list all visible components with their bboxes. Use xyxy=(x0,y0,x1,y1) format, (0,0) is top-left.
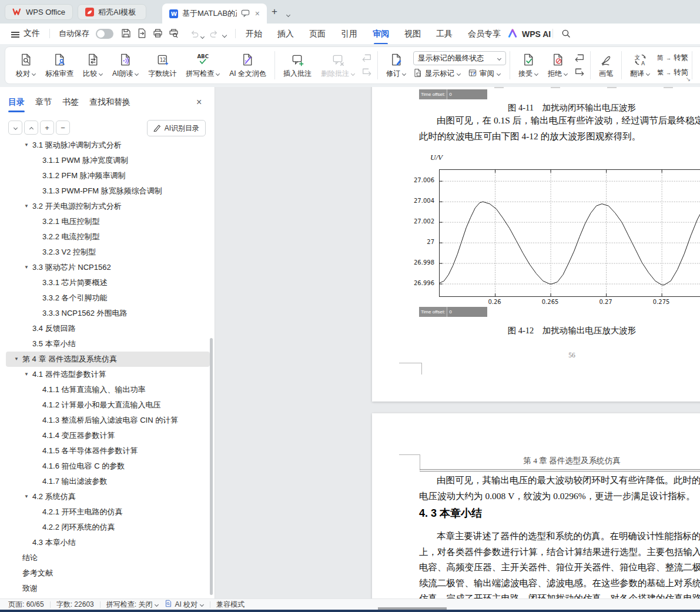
zoom-in-outline-button[interactable]: + xyxy=(40,121,54,135)
toc-collapse-triangle-icon[interactable]: ▼ xyxy=(24,199,29,214)
redo-icon[interactable] xyxy=(209,29,219,41)
export-icon[interactable] xyxy=(136,28,148,41)
standard-review-button[interactable]: 标准审查 xyxy=(41,48,78,82)
proofread-button[interactable]: 校对 xyxy=(11,48,41,82)
menu-tab-2[interactable]: 页面 xyxy=(309,29,326,39)
ai-read-button[interactable]: AI朗读 xyxy=(108,48,143,82)
toc-item-17[interactable]: 4.1.2 计算最小和最大直流输入电压 xyxy=(6,397,210,413)
print-icon[interactable] xyxy=(152,28,163,41)
toc-item-7[interactable]: 3.2.3 V2 控制型 xyxy=(6,245,210,260)
toc-collapse-triangle-icon[interactable]: ▼ xyxy=(24,260,29,275)
toc-item-14[interactable]: ▼第 4 章 器件选型及系统仿真 xyxy=(6,352,210,367)
sidebar-close-icon[interactable]: × xyxy=(196,97,202,108)
restrict-edit-button[interactable]: 限制 xyxy=(696,48,700,82)
menu-tab-4-active[interactable]: 审阅 xyxy=(373,29,389,39)
ai-outline-button[interactable]: AI识别目录 xyxy=(147,120,206,136)
toc-item-0[interactable]: ▼3.1 驱动脉冲调制方式分析 xyxy=(6,138,210,153)
toc-item-24[interactable]: 4.2.1 开环主电路的仿真 xyxy=(6,504,210,520)
toc-item-4[interactable]: ▼3.2 开关电源控制方式分析 xyxy=(6,199,210,214)
translate-button[interactable]: 文A 翻译 xyxy=(625,48,655,82)
tab-wps-office[interactable]: WPS Office xyxy=(5,4,73,20)
next-change-icon[interactable] xyxy=(574,67,585,78)
wps-ai-button[interactable]: WPS AI xyxy=(508,29,551,39)
toc-item-25[interactable]: 4.2.2 闭环系统的仿真 xyxy=(6,520,210,535)
toc-item-6[interactable]: 3.2.2 电流控制型 xyxy=(6,229,210,245)
file-menu[interactable]: 文件 xyxy=(24,28,40,39)
toc-item-11[interactable]: 3.3.3 NCP1562 外围电路 xyxy=(6,306,210,321)
toc-collapse-triangle-icon[interactable]: ▼ xyxy=(24,489,29,504)
page-indicator[interactable]: 页面: 60/65 xyxy=(8,600,44,610)
word-count-indicator[interactable]: 字数: 22603 xyxy=(56,600,94,610)
toc-collapse-triangle-icon[interactable]: ▼ xyxy=(24,138,29,153)
toc-item-20[interactable]: 4.1.5 各半导体器件参数计算 xyxy=(6,443,210,459)
toc-item-19[interactable]: 4.1.4 变压器参数计算 xyxy=(6,428,210,443)
toc-item-15[interactable]: ▼4.1 器件选型参数计算 xyxy=(6,367,210,382)
sidebar-scrollbar[interactable] xyxy=(210,338,213,595)
print-preview-icon[interactable] xyxy=(168,28,179,41)
ai-polish-button[interactable]: AI 全文润色 xyxy=(225,48,271,82)
menu-tab-3[interactable]: 引用 xyxy=(341,29,357,39)
markup-state-select[interactable]: 显示标记的最终状态 xyxy=(413,51,506,65)
toc-item-1[interactable]: 3.1.1 PWM 脉冲宽度调制 xyxy=(6,153,210,168)
accept-button[interactable]: 接受 xyxy=(514,48,543,82)
group-expand-icon[interactable]: ↘ xyxy=(686,76,691,82)
toc-collapse-triangle-icon[interactable]: ▼ xyxy=(24,367,29,382)
expand-all-button[interactable] xyxy=(24,121,38,135)
ink-button[interactable]: 画笔 xyxy=(594,48,618,82)
save-icon[interactable] xyxy=(120,28,132,41)
toc-item-26[interactable]: 4.3 本章小结 xyxy=(6,535,210,550)
toc-item-2[interactable]: 3.1.2 PFM 脉冲频率调制 xyxy=(6,168,210,183)
previous-change-icon[interactable] xyxy=(574,53,585,63)
sidebar-tab-chapters[interactable]: 章节 xyxy=(35,97,52,108)
hamburger-menu-icon[interactable] xyxy=(11,32,19,33)
sidebar-tab-bookmarks[interactable]: 书签 xyxy=(62,97,79,108)
toc-item-16[interactable]: 4.1.1 估算直流输入、输出功率 xyxy=(6,382,210,397)
sidebar-tab-contents[interactable]: 目录 xyxy=(8,97,25,108)
menu-tab-1[interactable]: 插入 xyxy=(277,29,294,39)
toc-item-13[interactable]: 3.5 本章小结 xyxy=(6,336,210,352)
comment-bubble-icon[interactable] xyxy=(241,9,250,17)
to-simplified-button[interactable]: 繁→ 转简 xyxy=(657,68,688,78)
menu-tab-5[interactable]: 视图 xyxy=(404,29,421,39)
next-comment-icon[interactable] xyxy=(361,67,373,78)
toc-item-3[interactable]: 3.1.3 PWM-PFM 脉宽脉频综合调制 xyxy=(6,183,210,199)
delete-comment-button[interactable]: 删除批注 xyxy=(316,48,360,82)
toc-item-9[interactable]: 3.3.1 芯片简要概述 xyxy=(6,275,210,290)
tab-close-icon[interactable]: × xyxy=(255,9,260,18)
sidebar-tab-find-replace[interactable]: 查找和替换 xyxy=(89,97,130,108)
toc-item-18[interactable]: 4.1.3 整流桥后输入滤波电容 CIN 的计算 xyxy=(6,413,210,428)
autosave-toggle[interactable] xyxy=(96,29,113,39)
new-tab-button[interactable]: + xyxy=(272,6,277,18)
track-changes-button[interactable]: 修订 xyxy=(381,48,411,82)
zoom-out-outline-button[interactable]: − xyxy=(56,121,70,135)
to-traditional-button[interactable]: 简→ 转繁 xyxy=(657,53,688,63)
undo-icon[interactable] xyxy=(189,29,199,41)
toc-item-28[interactable]: 参考文献 xyxy=(6,566,210,581)
search-icon[interactable] xyxy=(561,29,571,40)
reject-button[interactable]: 拒绝 xyxy=(543,48,572,82)
compare-button[interactable]: 比较 xyxy=(78,48,108,82)
toc-item-27[interactable]: 结论 xyxy=(6,550,210,566)
toc-item-23[interactable]: ▼4.2 系统仿真 xyxy=(6,489,210,504)
toc-item-29[interactable]: 致谢 xyxy=(6,581,210,596)
insert-comment-button[interactable]: 插入批注 xyxy=(279,48,316,82)
menu-tab-7[interactable]: 会员专享 xyxy=(468,29,501,39)
menu-tab-0[interactable]: 开始 xyxy=(246,29,262,39)
spell-check-button[interactable]: ABC 拼写检查 xyxy=(181,48,225,82)
menu-tab-6[interactable]: 工具 xyxy=(436,29,453,39)
toc-item-5[interactable]: 3.2.1 电压控制型 xyxy=(6,214,210,229)
toc-item-21[interactable]: 4.1.6 箝位电容 C 的参数 xyxy=(6,459,210,474)
word-count-button[interactable]: 12 字数统计 xyxy=(143,48,181,82)
show-markup-button[interactable]: 显示标记 xyxy=(413,68,461,79)
tab-document-active[interactable]: W 基于MATLAB的正激变换器的 × xyxy=(162,4,267,24)
tab-docer-templates[interactable]: 稻壳AI模板 xyxy=(78,4,146,20)
toc-item-10[interactable]: 3.3.2 各个引脚功能 xyxy=(6,290,210,306)
ai-proof-status[interactable]: AI 校对 xyxy=(165,600,204,610)
compat-mode-indicator[interactable]: 兼容模式 xyxy=(216,600,245,610)
toc-item-22[interactable]: 4.1.7 输出滤波参数 xyxy=(6,474,210,489)
toc-item-8[interactable]: ▼3.3 驱动芯片 NCP1562 xyxy=(6,260,210,275)
spell-check-status[interactable]: 拼写检查: 关闭 xyxy=(106,600,159,610)
previous-comment-icon[interactable] xyxy=(361,53,373,63)
history-chevron-icon[interactable] xyxy=(222,31,227,40)
toc-item-12[interactable]: 3.4 反馈回路 xyxy=(6,321,210,336)
